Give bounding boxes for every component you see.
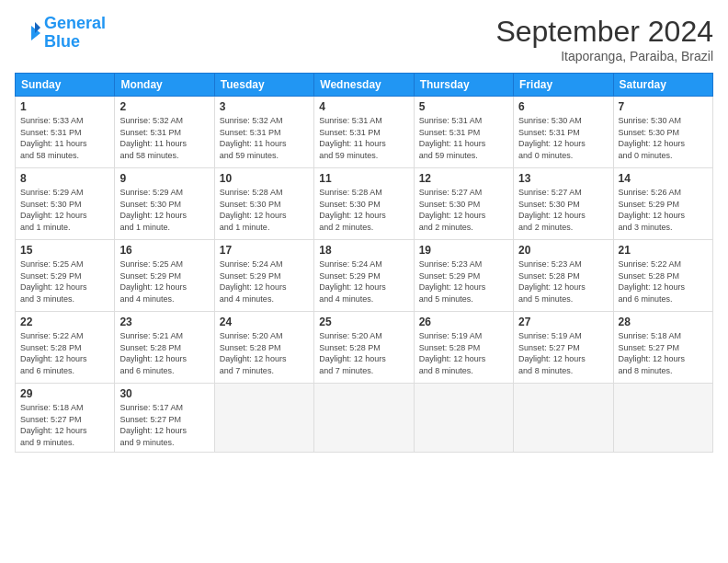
- calendar-day-cell: 14Sunrise: 5:26 AM Sunset: 5:29 PM Dayli…: [613, 168, 712, 240]
- calendar-day-cell: 25Sunrise: 5:20 AM Sunset: 5:28 PM Dayli…: [314, 312, 414, 384]
- calendar-week-row: 8Sunrise: 5:29 AM Sunset: 5:30 PM Daylig…: [16, 168, 713, 240]
- page: General Blue September 2024 Itaporanga, …: [0, 0, 728, 563]
- calendar-day-cell: [514, 384, 613, 453]
- calendar-day-cell: [414, 384, 513, 453]
- calendar-day-cell: [314, 384, 414, 453]
- calendar-day-cell: 11Sunrise: 5:28 AM Sunset: 5:30 PM Dayli…: [314, 168, 414, 240]
- calendar-week-row: 15Sunrise: 5:25 AM Sunset: 5:29 PM Dayli…: [16, 240, 713, 312]
- day-number: 8: [20, 172, 109, 185]
- day-number: 13: [518, 172, 608, 185]
- calendar-day-cell: 15Sunrise: 5:25 AM Sunset: 5:29 PM Dayli…: [16, 240, 115, 312]
- day-number: 16: [119, 244, 209, 257]
- title-block: September 2024 Itaporanga, Paraiba, Braz…: [495, 15, 713, 63]
- day-info: Sunrise: 5:20 AM Sunset: 5:28 PM Dayligh…: [319, 330, 408, 376]
- calendar-day-cell: 7Sunrise: 5:30 AM Sunset: 5:30 PM Daylig…: [613, 97, 712, 168]
- calendar-day-cell: 26Sunrise: 5:19 AM Sunset: 5:28 PM Dayli…: [414, 312, 513, 384]
- day-number: 23: [119, 316, 209, 328]
- day-info: Sunrise: 5:18 AM Sunset: 5:27 PM Dayligh…: [619, 330, 708, 376]
- day-number: 11: [319, 172, 408, 185]
- calendar-day-cell: 17Sunrise: 5:24 AM Sunset: 5:29 PM Dayli…: [214, 240, 313, 312]
- day-info: Sunrise: 5:28 AM Sunset: 5:30 PM Dayligh…: [220, 187, 309, 233]
- day-number: 25: [319, 316, 408, 328]
- day-info: Sunrise: 5:17 AM Sunset: 5:27 PM Dayligh…: [119, 402, 209, 448]
- day-number: 12: [419, 172, 508, 185]
- day-info: Sunrise: 5:28 AM Sunset: 5:30 PM Dayligh…: [319, 187, 408, 233]
- calendar-week-row: 22Sunrise: 5:22 AM Sunset: 5:28 PM Dayli…: [16, 312, 713, 384]
- calendar-day-header: Tuesday: [214, 74, 313, 97]
- day-info: Sunrise: 5:20 AM Sunset: 5:28 PM Dayligh…: [220, 330, 309, 376]
- calendar-day-cell: 18Sunrise: 5:24 AM Sunset: 5:29 PM Dayli…: [314, 240, 414, 312]
- calendar-day-cell: 29Sunrise: 5:18 AM Sunset: 5:27 PM Dayli…: [16, 384, 115, 453]
- day-info: Sunrise: 5:18 AM Sunset: 5:27 PM Dayligh…: [20, 402, 109, 448]
- day-number: 20: [518, 244, 608, 257]
- day-info: Sunrise: 5:25 AM Sunset: 5:29 PM Dayligh…: [20, 259, 109, 304]
- day-info: Sunrise: 5:27 AM Sunset: 5:30 PM Dayligh…: [518, 187, 608, 233]
- calendar-day-cell: 12Sunrise: 5:27 AM Sunset: 5:30 PM Dayli…: [414, 168, 513, 240]
- day-info: Sunrise: 5:22 AM Sunset: 5:28 PM Dayligh…: [20, 330, 109, 376]
- calendar-day-cell: 23Sunrise: 5:21 AM Sunset: 5:28 PM Dayli…: [115, 312, 214, 384]
- day-number: 29: [20, 387, 109, 400]
- day-number: 19: [419, 244, 508, 257]
- day-number: 28: [619, 316, 708, 328]
- day-info: Sunrise: 5:29 AM Sunset: 5:30 PM Dayligh…: [119, 187, 209, 233]
- calendar-day-cell: 19Sunrise: 5:23 AM Sunset: 5:29 PM Dayli…: [414, 240, 513, 312]
- day-number: 27: [518, 316, 608, 328]
- calendar-day-cell: [214, 384, 313, 453]
- day-info: Sunrise: 5:31 AM Sunset: 5:31 PM Dayligh…: [319, 115, 408, 161]
- day-info: Sunrise: 5:19 AM Sunset: 5:27 PM Dayligh…: [518, 330, 608, 376]
- calendar-day-header: Sunday: [16, 74, 115, 97]
- day-number: 14: [619, 172, 708, 185]
- day-number: 24: [220, 316, 309, 328]
- calendar-day-cell: 5Sunrise: 5:31 AM Sunset: 5:31 PM Daylig…: [414, 97, 513, 168]
- day-info: Sunrise: 5:25 AM Sunset: 5:29 PM Dayligh…: [119, 259, 209, 304]
- day-number: 3: [220, 100, 309, 113]
- day-number: 15: [20, 244, 109, 257]
- calendar-day-cell: 20Sunrise: 5:23 AM Sunset: 5:28 PM Dayli…: [514, 240, 613, 312]
- calendar-day-cell: 22Sunrise: 5:22 AM Sunset: 5:28 PM Dayli…: [16, 312, 115, 384]
- calendar-day-cell: 24Sunrise: 5:20 AM Sunset: 5:28 PM Dayli…: [214, 312, 313, 384]
- day-number: 5: [419, 100, 508, 113]
- day-number: 4: [319, 100, 408, 113]
- calendar-day-header: Monday: [115, 74, 214, 97]
- day-info: Sunrise: 5:24 AM Sunset: 5:29 PM Dayligh…: [319, 259, 408, 304]
- day-info: Sunrise: 5:29 AM Sunset: 5:30 PM Dayligh…: [20, 187, 109, 233]
- logo-icon: [15, 20, 40, 46]
- header: General Blue September 2024 Itaporanga, …: [15, 15, 713, 63]
- day-info: Sunrise: 5:30 AM Sunset: 5:31 PM Dayligh…: [518, 115, 608, 161]
- calendar-table: SundayMondayTuesdayWednesdayThursdayFrid…: [15, 73, 713, 453]
- location-subtitle: Itaporanga, Paraiba, Brazil: [495, 49, 713, 63]
- day-info: Sunrise: 5:23 AM Sunset: 5:28 PM Dayligh…: [518, 259, 608, 304]
- month-title: September 2024: [495, 15, 713, 49]
- day-number: 21: [619, 244, 708, 257]
- day-info: Sunrise: 5:19 AM Sunset: 5:28 PM Dayligh…: [419, 330, 508, 376]
- day-number: 10: [220, 172, 309, 185]
- calendar-day-cell: 3Sunrise: 5:32 AM Sunset: 5:31 PM Daylig…: [214, 97, 313, 168]
- day-info: Sunrise: 5:22 AM Sunset: 5:28 PM Dayligh…: [619, 259, 708, 304]
- day-info: Sunrise: 5:33 AM Sunset: 5:31 PM Dayligh…: [20, 115, 109, 161]
- day-info: Sunrise: 5:24 AM Sunset: 5:29 PM Dayligh…: [220, 259, 309, 304]
- calendar-day-cell: 4Sunrise: 5:31 AM Sunset: 5:31 PM Daylig…: [314, 97, 414, 168]
- day-number: 22: [20, 316, 109, 328]
- calendar-day-header: Friday: [514, 74, 613, 97]
- calendar-day-cell: 6Sunrise: 5:30 AM Sunset: 5:31 PM Daylig…: [514, 97, 613, 168]
- calendar-day-cell: [613, 384, 712, 453]
- day-info: Sunrise: 5:32 AM Sunset: 5:31 PM Dayligh…: [220, 115, 309, 161]
- calendar-day-cell: 27Sunrise: 5:19 AM Sunset: 5:27 PM Dayli…: [514, 312, 613, 384]
- calendar-day-cell: 13Sunrise: 5:27 AM Sunset: 5:30 PM Dayli…: [514, 168, 613, 240]
- day-number: 1: [20, 100, 109, 113]
- day-number: 26: [419, 316, 508, 328]
- day-number: 18: [319, 244, 408, 257]
- day-info: Sunrise: 5:31 AM Sunset: 5:31 PM Dayligh…: [419, 115, 508, 161]
- day-number: 9: [119, 172, 209, 185]
- logo: General Blue: [15, 15, 106, 52]
- calendar-week-row: 1Sunrise: 5:33 AM Sunset: 5:31 PM Daylig…: [16, 97, 713, 168]
- day-number: 7: [619, 100, 708, 113]
- calendar-day-cell: 10Sunrise: 5:28 AM Sunset: 5:30 PM Dayli…: [214, 168, 313, 240]
- day-info: Sunrise: 5:21 AM Sunset: 5:28 PM Dayligh…: [119, 330, 209, 376]
- calendar-day-cell: 30Sunrise: 5:17 AM Sunset: 5:27 PM Dayli…: [115, 384, 214, 453]
- calendar-day-header: Thursday: [414, 74, 513, 97]
- day-info: Sunrise: 5:30 AM Sunset: 5:30 PM Dayligh…: [619, 115, 708, 161]
- calendar-day-cell: 1Sunrise: 5:33 AM Sunset: 5:31 PM Daylig…: [16, 97, 115, 168]
- day-info: Sunrise: 5:32 AM Sunset: 5:31 PM Dayligh…: [119, 115, 209, 161]
- calendar-header-row: SundayMondayTuesdayWednesdayThursdayFrid…: [16, 74, 713, 97]
